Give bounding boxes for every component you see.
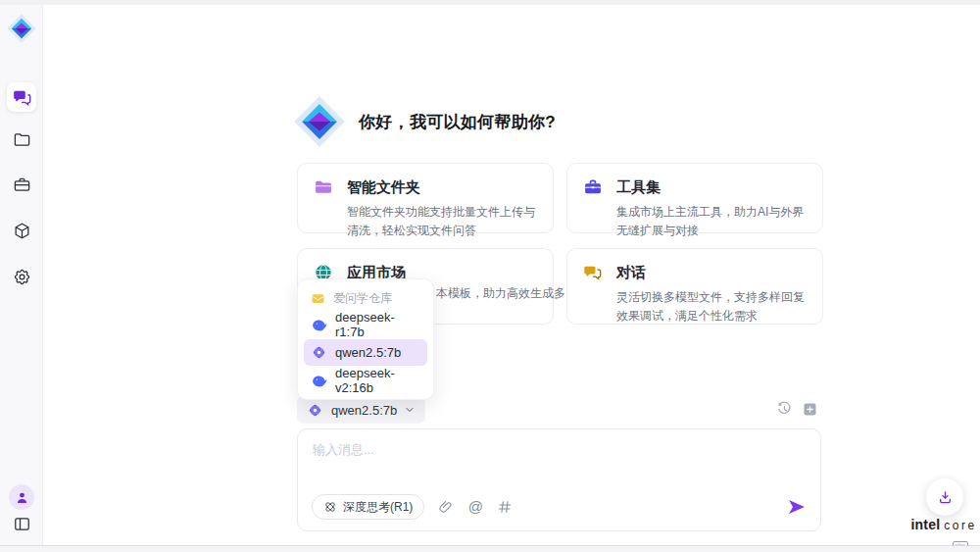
history-icon[interactable] bbox=[776, 401, 793, 418]
composer-toolbar: 深度思考(R1) @ bbox=[312, 494, 807, 520]
message-composer: 深度思考(R1) @ bbox=[297, 428, 821, 531]
model-option-label: deepseek-r1:7b bbox=[335, 310, 420, 339]
main-content: 你好，我可以如何帮助你? 智能文件夹 智能文件夹功能支持批量文件上传与清洗，轻松… bbox=[44, 5, 980, 544]
card-description: 集成市场上主流工具，助力AI与外界无缝扩展与对接 bbox=[583, 203, 807, 239]
app-window: 你好，我可以如何帮助你? 智能文件夹 智能文件夹功能支持批量文件上传与清洗，轻松… bbox=[0, 0, 980, 552]
app-logo bbox=[6, 13, 37, 44]
sidebar-item-apps[interactable] bbox=[7, 216, 36, 245]
sidebar-collapse-button[interactable] bbox=[7, 509, 36, 538]
send-icon[interactable] bbox=[787, 497, 807, 517]
briefcase-icon bbox=[13, 176, 31, 194]
download-button[interactable] bbox=[926, 478, 963, 516]
chat-icon bbox=[583, 263, 603, 282]
avatar bbox=[9, 484, 34, 510]
card-description: 灵活切换多模型文件，支持多样回复效果调试，满足个性化需求 bbox=[583, 288, 807, 325]
card-conversation[interactable]: 对话 灵活切换多模型文件，支持多样回复效果调试，满足个性化需求 bbox=[566, 248, 823, 325]
message-input[interactable] bbox=[313, 441, 803, 488]
card-title: 工具集 bbox=[616, 178, 661, 197]
sidebar-item-settings[interactable] bbox=[7, 262, 36, 291]
intel-wordmark: intel bbox=[910, 517, 940, 532]
new-chat-icon[interactable] bbox=[802, 401, 818, 418]
deep-think-label: 深度思考(R1) bbox=[343, 499, 413, 516]
card-toolset[interactable]: 工具集 集成市场上主流工具，助力AI与外界无缝扩展与对接 bbox=[566, 163, 823, 233]
greeting-block: 你好，我可以如何帮助你? bbox=[292, 94, 556, 149]
attachment-icon[interactable] bbox=[438, 499, 454, 515]
selected-model-label: qwen2.5:7b bbox=[331, 403, 397, 418]
chevron-down-icon bbox=[404, 404, 416, 416]
model-option-qwen[interactable]: qwen2.5:7b bbox=[304, 339, 427, 366]
atom-icon bbox=[323, 500, 337, 514]
model-option-label: deepseek-v2:16b bbox=[335, 366, 420, 395]
deepseek-icon bbox=[311, 373, 327, 389]
chat-bubbles-icon bbox=[13, 88, 31, 107]
chat-actions bbox=[776, 401, 818, 418]
folder-icon bbox=[314, 177, 333, 197]
sidebar-item-account[interactable] bbox=[7, 482, 36, 512]
card-title: 对话 bbox=[616, 264, 646, 282]
model-dropdown: 爱问学仓库 deepseek-r1:7b qwen2.5:7b bbox=[297, 278, 434, 400]
model-selector-row: qwen2.5:7b bbox=[297, 396, 821, 424]
folder-icon bbox=[13, 130, 31, 149]
repository-icon bbox=[311, 291, 325, 306]
card-description: 本模板，助力高效生成多 bbox=[436, 284, 564, 303]
cube-icon bbox=[13, 222, 31, 240]
sidebar-item-folders[interactable] bbox=[7, 125, 36, 154]
card-smart-folder[interactable]: 智能文件夹 智能文件夹功能支持批量文件上传与清洗，轻松实现文件问答 bbox=[297, 163, 554, 233]
deepseek-icon bbox=[311, 317, 327, 333]
sidebar-item-toolset[interactable] bbox=[7, 170, 36, 199]
model-option-deepseek-r1[interactable]: deepseek-r1:7b bbox=[304, 313, 427, 336]
briefcase-icon bbox=[583, 177, 603, 197]
greeting-title: 你好，我可以如何帮助你? bbox=[359, 111, 556, 133]
model-selector-button[interactable]: qwen2.5:7b bbox=[297, 396, 425, 424]
deep-think-toggle[interactable]: 深度思考(R1) bbox=[312, 494, 424, 520]
model-option-label: qwen2.5:7b bbox=[335, 345, 401, 360]
hash-icon[interactable] bbox=[497, 499, 513, 515]
qwen-icon bbox=[307, 402, 323, 419]
model-repo-label: 爱问学仓库 bbox=[333, 290, 392, 307]
sidebar-item-chat[interactable] bbox=[7, 82, 36, 112]
card-title: 智能文件夹 bbox=[347, 178, 420, 197]
core-wordmark: core bbox=[944, 519, 976, 532]
user-icon bbox=[15, 490, 29, 505]
download-icon bbox=[937, 489, 954, 506]
qwen-icon bbox=[311, 344, 327, 361]
diamond-logo-icon bbox=[6, 13, 37, 44]
sidebar bbox=[0, 5, 43, 545]
panel-columns-icon bbox=[13, 515, 31, 533]
card-description: 智能文件夹功能支持批量文件上传与清洗，轻松实现文件问答 bbox=[314, 203, 537, 239]
mention-icon[interactable]: @ bbox=[467, 499, 483, 515]
model-repo-header: 爱问学仓库 bbox=[304, 286, 427, 310]
window-bottom-edge bbox=[0, 545, 980, 552]
diamond-logo-icon bbox=[292, 94, 347, 149]
gear-icon bbox=[13, 268, 31, 286]
model-option-deepseek-v2[interactable]: deepseek-v2:16b bbox=[304, 369, 427, 392]
